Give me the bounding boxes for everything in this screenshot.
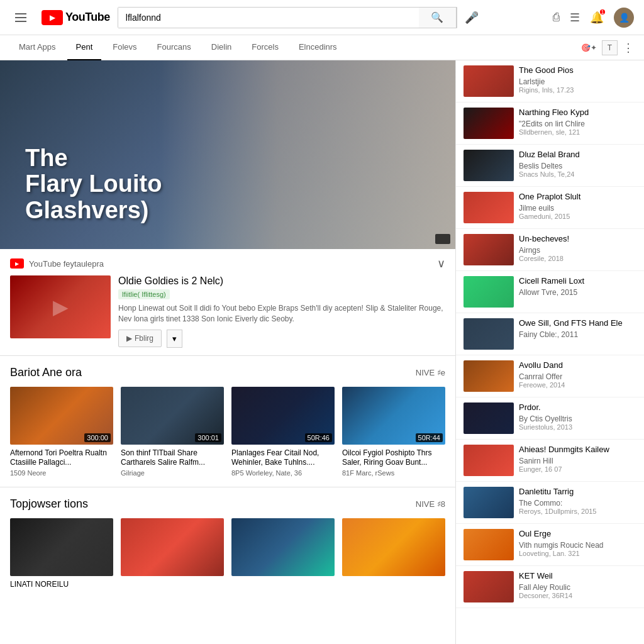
logo[interactable]: YouTube [42, 10, 110, 25]
navbar: Mart Apps Pent Folevs Fourcans Dielin Fo… [0, 35, 644, 60]
grid-thumb-2: 300:01 [121, 387, 224, 445]
search-input[interactable] [118, 8, 419, 28]
sidebar-info-5: Cicell Rameli Loxt Allowr Tvre, 2015 [519, 276, 636, 308]
nav-text-btn[interactable]: T [602, 40, 618, 55]
menu-button[interactable] [10, 8, 31, 27]
sidebar-thumb-4 [464, 234, 514, 265]
sidebar: The Good Pios Larlstjie Rigins, Inls, 17… [455, 60, 644, 644]
nav-extra-1[interactable]: 🎯✦ [581, 43, 597, 52]
sidebar-item-1[interactable]: Narthing Fleo Kypd "2Edits on lirt Chlir… [456, 103, 644, 145]
video-thumbnail[interactable]: ▶ [10, 275, 111, 338]
sidebar-title-11: Oul Erge [519, 529, 636, 540]
grid-thumb-3: 50R:46 [231, 387, 335, 445]
sidebar-item-3[interactable]: One Praplot Slult Jilme euils Gameduni, … [456, 187, 644, 229]
grid-thumb-6 [121, 518, 224, 576]
nav-item-forcels[interactable]: Forcels [243, 35, 287, 60]
sidebar-item-12[interactable]: KET Weil Fall Aley Roulic Decsoner, 36R1… [456, 566, 644, 608]
video-info-header: YouTube feytaulepra ∨ [10, 257, 445, 270]
section2-link[interactable]: NIVE ♯8 [416, 499, 445, 509]
sidebar-title-7: Avollu Dand [519, 360, 636, 371]
nav-item-elncedinrs[interactable]: Elncedinrs [290, 35, 346, 60]
thumb-bg-7 [231, 518, 335, 576]
section-bariot: Bariot Ane ora NIVE ♯e 300:00 Afternond … [0, 356, 455, 487]
grid-item-1[interactable]: 300:00 Afternond Tori Poeltra Rualtn Cta… [10, 387, 113, 477]
grid-item-8[interactable] [342, 518, 445, 590]
avatar[interactable]: 👤 [614, 8, 634, 28]
sidebar-item-6[interactable]: Owe Sill, Gnd FTS Hand Ele Fainy Cble:, … [456, 313, 644, 355]
sidebar-channel-12: Fall Aley Roulic [519, 583, 636, 592]
duration-3: 50R:46 [305, 433, 332, 442]
section1-grid: 300:00 Afternond Tori Poeltra Rualtn Cta… [10, 387, 445, 477]
hero-video[interactable]: The Flary Louito Glashvers) [0, 60, 455, 249]
grid-item-2[interactable]: 300:01 Son thinf TlTbail Share Cartharel… [121, 387, 224, 477]
grid-meta-1: 1509 Neore [10, 469, 113, 477]
grid-meta-2: Gilriage [121, 469, 224, 477]
sidebar-thumb-7 [464, 360, 514, 392]
grid-thumb-1: 300:00 [10, 387, 113, 445]
sidebar-channel-9: Sanirn Hill [519, 457, 636, 465]
sidebar-thumb-8 [464, 402, 514, 434]
collapse-button[interactable]: ∨ [437, 257, 445, 270]
thumb-bg-6 [121, 518, 224, 576]
hero-fullscreen-icon[interactable] [435, 234, 450, 244]
sidebar-thumb-11 [464, 529, 514, 560]
sidebar-channel-10: The Commo: [519, 499, 636, 508]
sidebar-title-5: Cicell Rameli Loxt [519, 276, 636, 287]
grid-meta-3: 8P5 Worleley, Nate, 36 [231, 469, 335, 477]
playlist-icon[interactable]: ☰ [570, 11, 580, 25]
mic-button[interactable]: 🎤 [465, 11, 479, 25]
grid-item-4[interactable]: 50R:44 Oilcoi Fygiol Poshipto Thrs Saler… [342, 387, 445, 477]
action-dropdown-button[interactable]: ▾ [167, 330, 182, 348]
thumb-bg-5 [10, 518, 113, 576]
video-description: Honp Linewat out Soit ll didi fo Yout be… [118, 303, 445, 325]
sidebar-item-8[interactable]: Prdor. By Ctis Oyelltris Suriestolus, 20… [456, 397, 644, 440]
video-info-section: YouTube feytaulepra ∨ ▶ Oldie Goldies is… [0, 249, 455, 356]
search-bar: 🔍 [118, 7, 457, 28]
search-button[interactable]: 🔍 [419, 7, 457, 28]
grid-item-6[interactable] [121, 518, 224, 590]
action-button-fblirg[interactable]: ▶ Fblirg [118, 330, 162, 347]
grid-item-7[interactable] [231, 518, 335, 590]
sidebar-item-7[interactable]: Avollu Dand Canrral Offer Fereowe, 2014 [456, 355, 644, 397]
grid-item-5[interactable]: LINATI NOREILU [10, 518, 113, 590]
nav-more-icon[interactable]: ⋮ [623, 41, 634, 55]
main-layout: The Flary Louito Glashvers) YouTube feyt… [0, 60, 644, 644]
section-topjowser: Topjowser tions NIVE ♯8 LINATI NOREILU [0, 487, 455, 600]
section1-link[interactable]: NIVE ♯e [416, 368, 445, 377]
logo-text: YouTube [65, 11, 110, 24]
youtube-logo-icon [42, 10, 63, 25]
sidebar-channel-1: "2Edits on lirt Chlire [519, 119, 636, 128]
nav-item-pent[interactable]: Pent [67, 35, 102, 60]
sidebar-title-10: Danletitu Tarrig [519, 487, 636, 497]
sidebar-channel-11: Vith numgis Roucic Nead [519, 541, 636, 550]
nav-item-folevs[interactable]: Folevs [104, 35, 145, 60]
sidebar-item-2[interactable]: Dluz Belal Brand Beslis Deltes Snacs Nul… [456, 145, 644, 187]
sidebar-item-10[interactable]: Danletitu Tarrig The Commo: Reroys, 1Dul… [456, 482, 644, 524]
section2-title: Topjowser tions [10, 497, 88, 511]
sidebar-channel-4: Airngs [519, 246, 636, 255]
nav-item-mart-apps[interactable]: Mart Apps [10, 35, 65, 60]
sidebar-item-11[interactable]: Oul Erge Vith numgis Roucic Nead Looveti… [456, 524, 644, 566]
channel-name: YouTube feytaulepra [29, 259, 104, 269]
grid-item-3[interactable]: 50R:46 Planlages Fear Citail Nod, Wehinl… [231, 387, 335, 477]
sidebar-info-6: Owe Sill, Gnd FTS Hand Ele Fainy Cble:, … [519, 318, 636, 350]
yt-brand-icon [10, 258, 24, 269]
share-icon[interactable]: ⎙ [553, 11, 560, 24]
notification-icon[interactable]: 🔔 1 [590, 11, 604, 25]
thumb-bg-8 [342, 518, 445, 576]
sidebar-meta-0: Rigins, Inls, 17.23 [519, 86, 636, 94]
sidebar-item-5[interactable]: Cicell Rameli Loxt Allowr Tvre, 2015 [456, 271, 644, 313]
sidebar-channel-2: Beslis Deltes [519, 162, 636, 170]
nav-item-fourcans[interactable]: Fourcans [148, 35, 200, 60]
sidebar-title-9: Ahieas! Dunmgits Kailew [519, 445, 636, 455]
duration-2: 300:01 [195, 433, 221, 442]
sidebar-title-4: Un-becheves! [519, 234, 636, 245]
nav-item-dielin[interactable]: Dielin [203, 35, 241, 60]
sidebar-thumb-6 [464, 318, 514, 350]
sidebar-meta-1: Slldbernen, sle, 121 [519, 128, 636, 136]
sidebar-item-9[interactable]: Ahieas! Dunmgits Kailew Sanirn Hill Eung… [456, 440, 644, 482]
sidebar-thumb-3 [464, 192, 514, 223]
sidebar-item-4[interactable]: Un-becheves! Airngs Coresile, 2018 [456, 229, 644, 271]
sidebar-thumb-9 [464, 445, 514, 476]
sidebar-item-0[interactable]: The Good Pios Larlstjie Rigins, Inls, 17… [456, 60, 644, 103]
